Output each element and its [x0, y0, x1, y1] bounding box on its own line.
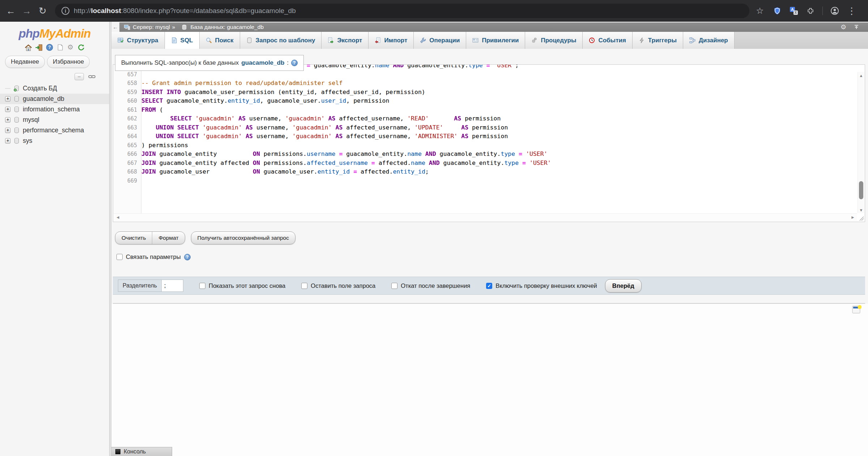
tree-item-performance-schema[interactable]: +performance_schema	[0, 125, 109, 136]
line-number: 667	[113, 159, 141, 168]
line-code: INSERT INTO guacamole_user_permission (e…	[141, 88, 425, 97]
editor-resize-grip[interactable]	[858, 214, 864, 221]
tab-designer[interactable]: Дизайнер	[683, 32, 735, 49]
delimiter-group: Разделитель	[118, 280, 183, 292]
translate-icon[interactable]: A	[789, 6, 799, 16]
expand-icon[interactable]: +	[5, 138, 10, 144]
breadcrumb: ← Сервер: mysql » База данных: guacamole…	[111, 22, 868, 32]
option-checkbox-1[interactable]	[301, 283, 307, 289]
option-label: Включить проверку внешних ключей	[495, 282, 597, 289]
breadcrumb-separator: »	[172, 24, 175, 30]
format-button[interactable]: Формат	[152, 232, 184, 244]
tab-procedures[interactable]: Процедуры	[525, 32, 583, 49]
forward-icon[interactable]: →	[19, 5, 35, 17]
expand-icon[interactable]: +	[5, 107, 10, 112]
logout-icon[interactable]	[35, 43, 43, 51]
tab-privileges[interactable]: Привилегии	[466, 32, 525, 49]
settings-icon[interactable]: ⚙	[67, 43, 75, 51]
code-line-660: 660SELECT guacamole_entity.entity_id, gu…	[113, 97, 857, 106]
tab-triggers[interactable]: Триггеры	[633, 32, 683, 49]
docs-icon[interactable]	[56, 43, 64, 51]
tree-item-new-database[interactable]: Создать БД	[0, 83, 109, 94]
scroll-right-arrow-icon[interactable]: ►	[851, 215, 855, 220]
delimiter-input[interactable]	[161, 280, 183, 291]
site-info-icon[interactable]: i	[61, 7, 69, 15]
tab-label: Экспорт	[337, 37, 362, 44]
bind-parameters-row: Связать параметры ?	[116, 253, 191, 260]
sql-code-area[interactable]: 656JOIN guacamole_entity ON permissions.…	[113, 65, 857, 213]
reload-icon[interactable]: ↻	[35, 5, 51, 17]
link-with-main-icon[interactable]	[88, 73, 96, 80]
tab-structure[interactable]: Структура	[111, 32, 165, 49]
hide-panel-arrow[interactable]: ←	[111, 22, 120, 32]
tab-events[interactable]: События	[583, 32, 632, 49]
recent-button[interactable]: Недавнее	[5, 56, 45, 68]
tab-export[interactable]: Экспорт	[322, 32, 369, 49]
breadcrumb-database[interactable]: База данных: guacamole_db	[190, 24, 264, 30]
section-divider	[113, 303, 865, 304]
menu-dots-icon[interactable]: ⋮	[847, 5, 857, 17]
go-button[interactable]: Вперёд	[605, 279, 642, 293]
back-icon[interactable]: ←	[3, 5, 19, 17]
tree-item-label: mysql	[23, 116, 39, 124]
tab-label: Запрос по шаблону	[256, 37, 315, 44]
sql-help-icon[interactable]: ?	[291, 60, 298, 66]
tree-item-label: sys	[23, 137, 32, 145]
expand-icon[interactable]: +	[5, 117, 10, 123]
structure-icon	[118, 37, 124, 43]
tab-label: События	[598, 37, 626, 44]
tree-item-sys[interactable]: +sys	[0, 136, 109, 146]
editor-vertical-scrollbar[interactable]: ▲ ▼	[858, 72, 864, 213]
code-line-668: 668JOIN guacamole_user ON guacamole_user…	[113, 167, 857, 176]
address-bar[interactable]: i http://localhost:8080/index.php?route=…	[55, 4, 749, 18]
option-checkbox-3[interactable]: ✓	[486, 283, 492, 289]
breadcrumb-server[interactable]: Сервер: mysql	[133, 24, 170, 30]
extensions-icon[interactable]	[806, 6, 815, 16]
tab-label: Операции	[429, 37, 460, 44]
url-text: http://localhost:8080/index.php?route=/d…	[74, 7, 296, 15]
profile-icon[interactable]	[830, 6, 839, 16]
shield-extension-icon[interactable]	[773, 6, 782, 16]
tab-query-template[interactable]: Запрос по шаблону	[240, 32, 322, 49]
get-autosaved-query-button[interactable]: Получить автосохранённый запрос	[191, 232, 295, 244]
expand-icon[interactable]: +	[5, 128, 10, 133]
database-link[interactable]: guacamole_db	[241, 59, 284, 67]
bind-parameters-help-icon[interactable]: ?	[184, 254, 191, 260]
tree-item-guacamole-db[interactable]: +guacamole_db	[0, 94, 109, 104]
scroll-up-arrow-icon[interactable]: ▲	[858, 73, 864, 78]
page-settings-gear-icon[interactable]: ⚙	[840, 24, 847, 31]
tab-import[interactable]: Импорт	[369, 32, 414, 49]
option-checkbox-0[interactable]	[199, 283, 205, 289]
tree-item-mysql[interactable]: +mysql	[0, 115, 109, 125]
tab-operations[interactable]: Операции	[414, 32, 466, 49]
line-number: 669	[113, 176, 141, 186]
tree-item-information-schema[interactable]: +information_schema	[0, 104, 109, 115]
tab-sql[interactable]: SQL	[165, 32, 200, 49]
refresh-icon[interactable]	[77, 43, 85, 51]
collapse-all-button[interactable]: –	[75, 73, 84, 80]
designer-icon	[689, 37, 695, 43]
bookmark-star-icon[interactable]: ☆	[754, 6, 765, 16]
phpmyadmin-app: phpMyAdmin ? ⚙ Недавнее Избранное –	[0, 22, 868, 456]
bind-parameters-label: Связать параметры	[126, 253, 181, 260]
bind-parameters-checkbox[interactable]	[116, 254, 123, 260]
favorites-button[interactable]: Избранное	[47, 56, 90, 68]
console-toggle[interactable]: Консоль	[111, 447, 172, 456]
line-code: UNION SELECT 'guacadmin' AS username, 'g…	[141, 123, 508, 132]
home-icon[interactable]	[25, 43, 33, 51]
option-checkbox-2[interactable]	[391, 283, 397, 289]
scroll-left-arrow-icon[interactable]: ◄	[116, 215, 120, 220]
browser-actions: ☆ A ⋮	[754, 5, 857, 17]
vertical-scroll-thumb[interactable]	[859, 181, 863, 199]
editor-horizontal-scrollbar[interactable]: ◄ ►	[114, 213, 857, 221]
tab-label: Поиск	[215, 37, 234, 44]
scroll-top-icon[interactable]	[853, 24, 860, 31]
page-related-settings-icon[interactable]	[852, 305, 861, 315]
expand-icon[interactable]: +	[5, 96, 10, 102]
database-icon	[14, 127, 20, 134]
tab-search[interactable]: Поиск	[200, 32, 240, 49]
scroll-down-arrow-icon[interactable]: ▼	[858, 208, 864, 212]
phpmyadmin-logo[interactable]: phpMyAdmin	[0, 27, 109, 41]
clear-button[interactable]: Очистить	[115, 232, 152, 244]
help-icon[interactable]: ?	[46, 43, 54, 51]
